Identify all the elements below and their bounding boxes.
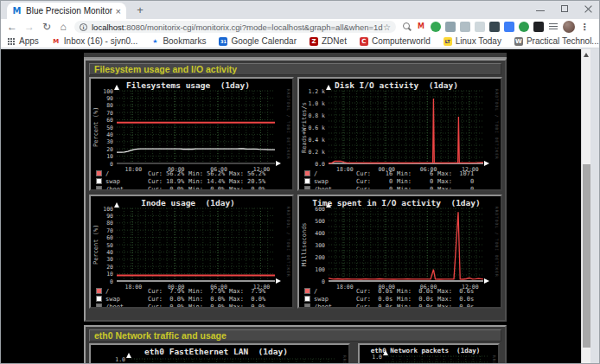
- page-info-icon[interactable]: i: [80, 23, 87, 31]
- x-tick-label: 18:00: [120, 166, 146, 173]
- address-bar[interactable]: i localhost:8080/monitorix-cgi/monitorix…: [74, 21, 396, 33]
- legend-swatch-swap: [96, 296, 102, 302]
- chart-disk-i-o-activity-1day[interactable]: Disk I/O activity (1day)Reads+Writes/s1.…: [297, 77, 502, 191]
- legend-swatch-rootboot: [96, 186, 102, 191]
- y-tick-label: 80: [91, 102, 113, 109]
- window-controls: [536, 2, 593, 16]
- legend-swatch-swap: [304, 178, 310, 184]
- bookmark-label: Practical Technol...: [527, 36, 599, 46]
- bookmark-label: Google Calendar: [231, 36, 297, 46]
- chat-icon[interactable]: [504, 22, 514, 32]
- tab-title: Blue Precision Monitorix: [26, 6, 112, 16]
- legend-max: Max: 0: [437, 178, 474, 185]
- legend-name: /boot: [105, 303, 124, 309]
- close-icon[interactable]: [584, 4, 593, 13]
- y-tick-label: 1.0: [360, 354, 382, 361]
- bookmark-item-inbox-16-sjvn0[interactable]: MInbox (16) - sjvn0...: [52, 36, 138, 46]
- y-tick-label: 70: [91, 227, 113, 234]
- legend-cur: Cur: 0.0s: [356, 296, 393, 303]
- chart-filesystems-usage-1day[interactable]: Filesystems usage (1day)Percent (%)10090…: [89, 77, 294, 191]
- y-tick-label: 70: [91, 110, 113, 117]
- extension-icon-gray[interactable]: [460, 22, 470, 32]
- chart-eth0-network-packets-1day[interactable]: eth0 Network packets (1day)Packets/s1.00…: [358, 343, 500, 364]
- y-tick-label: 10: [91, 271, 113, 278]
- bookmark-label: Linux Today: [456, 36, 501, 46]
- legend-name: swap: [105, 178, 120, 185]
- forward-icon[interactable]: →: [22, 19, 36, 35]
- chart-eth0-fastethernet-lan-1day[interactable]: eth0 FastEthernet LAN (1day)1.00.90.80.7…: [89, 343, 350, 364]
- legend-swatch-swap: [96, 178, 102, 184]
- y-tick-label: 60: [91, 117, 113, 124]
- maximize-icon[interactable]: [560, 4, 569, 13]
- bookmark-star-icon[interactable]: ☆: [383, 22, 391, 32]
- search-icon[interactable]: [401, 22, 412, 32]
- legend-cur: Cur: 16: [356, 170, 393, 177]
- legend-swatch-rootboot: [304, 303, 310, 309]
- legend-name: /: [314, 170, 317, 177]
- playlist-icon[interactable]: [548, 22, 559, 32]
- profile-avatar[interactable]: [563, 21, 575, 33]
- new-tab-button[interactable]: +: [133, 3, 147, 17]
- home-icon[interactable]: ⌂: [56, 19, 70, 35]
- chart-time-spent-in-i-o-activity-1day[interactable]: Time spent in I/O activity (1day)Millise…: [297, 195, 502, 309]
- rrdtool-watermark: RRDTOOL / TOBI OETIKER: [492, 355, 496, 364]
- legend-max: Max: 7.9%: [229, 288, 265, 295]
- bookmark-item-bookmarks[interactable]: ★Bookmarks: [150, 36, 206, 46]
- legend-cur: Cur: 18.9%: [148, 178, 184, 185]
- legend-name: /: [314, 288, 317, 295]
- extension-icon-dark[interactable]: [489, 22, 500, 32]
- menu-dots-icon[interactable]: ⋮: [579, 22, 590, 32]
- bookmark-item-google-calendar[interactable]: 31Google Calendar: [219, 36, 297, 46]
- earth-icon[interactable]: [431, 22, 441, 32]
- bookmark-item-linux-today[interactable]: LTLinux Today: [444, 36, 501, 46]
- legend-max: Max: 0: [437, 186, 474, 191]
- box-icon: C: [360, 37, 368, 46]
- reload-icon[interactable]: ↻: [40, 19, 54, 35]
- chart-title: eth0 FastEthernet LAN (1day): [91, 347, 341, 356]
- legend-name: swap: [105, 296, 120, 303]
- extension-icon-light[interactable]: [475, 22, 485, 32]
- legend-max: Max: 20.5%: [229, 178, 265, 185]
- legend-min: Min: 0.0%: [188, 186, 225, 191]
- back-icon[interactable]: ←: [5, 19, 19, 35]
- chart-title: Filesystems usage (1day): [91, 80, 285, 90]
- legend-max: Max: 0.0%: [229, 296, 265, 303]
- copy-pages-icon[interactable]: [445, 22, 456, 32]
- y-tick-label: 60: [91, 234, 113, 241]
- legend-cur: Cur: 0.0%: [148, 303, 184, 309]
- x-tick-label: 18:00: [120, 284, 146, 291]
- minimize-icon[interactable]: [536, 4, 545, 13]
- legend-cur: Cur: 0.0s: [356, 288, 393, 295]
- y-tick-label: 40: [91, 131, 113, 138]
- section-header-network: eth0 Network traffic and usage: [89, 329, 501, 342]
- pin-icon[interactable]: [533, 22, 544, 32]
- bookmark-label: Apps: [19, 36, 39, 46]
- legend-min: Min: 0: [397, 186, 433, 191]
- bookmark-item-zdnet[interactable]: ZZDNet: [310, 36, 347, 46]
- y-tick-label: 90: [91, 213, 113, 220]
- chart-inode-usage-1day[interactable]: Inode usage (1day)Percent (%)10090807060…: [89, 195, 294, 309]
- y-tick-label: 80: [91, 220, 113, 227]
- legend-min: Min: 56.2%: [188, 170, 225, 177]
- text-icon: M: [52, 37, 61, 46]
- bookmark-item-apps[interactable]: Apps: [7, 36, 39, 46]
- scrolled-section-remnant: [84, 53, 507, 59]
- legend-name: /: [105, 170, 109, 177]
- scroll-up-icon[interactable]: [584, 53, 589, 57]
- legend-min: Min: 14.4%: [188, 178, 225, 185]
- y-tick-label: 400: [299, 230, 325, 237]
- y-tick-label: 90: [91, 95, 113, 102]
- bookmark-item-practical-technol[interactable]: WPractical Technol...: [514, 36, 599, 46]
- tab-close-icon[interactable]: ×: [116, 6, 121, 16]
- legend-max: Max: 0.0s: [437, 303, 474, 309]
- y-tick-label: 20: [91, 264, 113, 271]
- browser-tab[interactable]: M Blue Precision Monitorix ×: [7, 3, 126, 19]
- y-tick-label: 100: [91, 206, 113, 213]
- page-scrollbar[interactable]: [581, 49, 590, 364]
- bookmark-item-computerworld[interactable]: CComputerworld: [360, 36, 431, 46]
- evernote-icon[interactable]: [519, 22, 529, 32]
- scrollbar-thumb[interactable]: [583, 164, 590, 348]
- y-tick-label: 1.0: [91, 356, 125, 363]
- gmail-icon[interactable]: M: [416, 22, 426, 32]
- bookmark-label: ZDNet: [322, 36, 347, 46]
